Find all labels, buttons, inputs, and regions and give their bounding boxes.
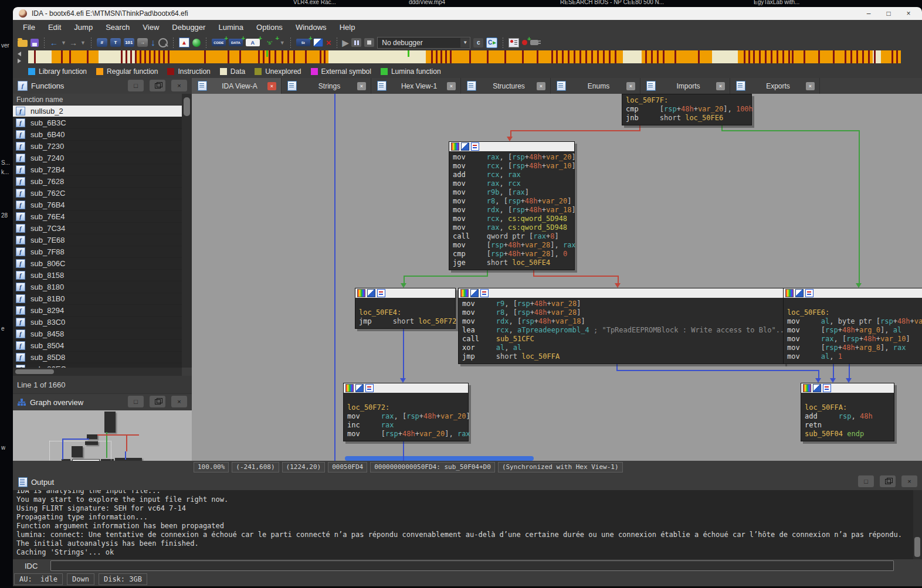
node-edit-icon[interactable] bbox=[461, 142, 469, 151]
graph-node-block_50F04[interactable]: mov rax, [rsp+48h+var_20]mov rcx, [rsp+4… bbox=[449, 141, 575, 270]
graph-node-block_50FB1[interactable]: mov r9, [rsp+48h+var_28]mov r8, [rsp+48h… bbox=[458, 288, 785, 364]
menu-edit[interactable]: Edit bbox=[42, 20, 67, 35]
tab-close-icon[interactable]: × bbox=[716, 82, 725, 90]
tab-strings[interactable]: Strings× bbox=[282, 78, 371, 94]
tab-close-icon[interactable]: × bbox=[447, 82, 456, 90]
open-file-icon[interactable] bbox=[18, 38, 28, 48]
tab-close-icon[interactable]: × bbox=[537, 82, 545, 90]
graph-node-loc_50FE6[interactable]: loc_50FE6:mov al, byte ptr [rsp+48h+var_… bbox=[783, 288, 922, 364]
output-vscrollbar-thumb[interactable] bbox=[914, 537, 920, 557]
overview-close-button[interactable]: × bbox=[171, 396, 187, 407]
function-list-item[interactable]: fsub_8294 bbox=[13, 305, 182, 317]
menu-help[interactable]: Help bbox=[333, 20, 362, 35]
tab-structures[interactable]: Structures× bbox=[461, 78, 551, 94]
debugger-stop-icon[interactable] bbox=[364, 38, 374, 48]
tab-exports[interactable]: Exports× bbox=[730, 78, 820, 94]
node-edit-icon[interactable] bbox=[813, 384, 821, 392]
node-edit-icon[interactable] bbox=[367, 289, 375, 297]
maximize-button[interactable]: □ bbox=[879, 7, 899, 20]
node-group-icon[interactable] bbox=[823, 384, 831, 392]
node-group-icon[interactable] bbox=[471, 142, 479, 151]
vscrollbar-thumb[interactable] bbox=[184, 97, 190, 116]
menu-search[interactable]: Search bbox=[99, 20, 136, 35]
function-list-item[interactable]: fsub_8158 bbox=[13, 270, 182, 281]
debugger-options-icon[interactable] bbox=[530, 38, 538, 48]
node-group-icon[interactable] bbox=[805, 289, 813, 297]
breakpoint-list-icon[interactable] bbox=[509, 38, 519, 48]
tab-enums[interactable]: Enums× bbox=[551, 78, 640, 94]
graph-node-loc_50FFA[interactable]: loc_50FFA:add rsp, 48hretnsub_50F04 endp bbox=[801, 383, 894, 441]
forward-history-caret-icon[interactable]: ▼ bbox=[80, 38, 86, 48]
graph-node-loc_50F7F[interactable]: loc_50F7F:cmp [rsp+48h+var_20], 100hjnb … bbox=[622, 94, 752, 125]
tab-close-icon[interactable]: × bbox=[806, 82, 815, 90]
debugger-select-dropdown-icon[interactable]: ▼ bbox=[460, 38, 470, 47]
minimize-button[interactable]: – bbox=[859, 7, 879, 20]
overview-restore-button[interactable]: □ bbox=[128, 396, 144, 407]
problems-icon[interactable]: ▲ bbox=[179, 38, 189, 47]
make-data-icon[interactable]: DATA bbox=[229, 39, 243, 46]
function-list-item[interactable]: fsub_6B3C bbox=[13, 117, 182, 129]
graph-node-loc_50F72[interactable]: loc_50F72:mov rax, [rsp+48h+var_20]inc r… bbox=[343, 383, 469, 441]
function-list-item[interactable]: fsub_81B0 bbox=[13, 293, 182, 305]
add-struct-icon[interactable]: St bbox=[296, 39, 310, 46]
save-icon[interactable] bbox=[30, 38, 39, 48]
output-log[interactable]: IDA is analysing the input file...You ma… bbox=[13, 490, 922, 559]
jump-down-icon[interactable]: ↓ bbox=[151, 38, 155, 48]
function-list-item[interactable]: fsub_6B40 bbox=[13, 129, 182, 141]
node-edit-icon[interactable] bbox=[470, 289, 479, 297]
edit-icon[interactable] bbox=[313, 38, 323, 48]
graph-node-loc_50FE4[interactable]: loc_50FE4:jmp short loc_50F72 bbox=[355, 288, 456, 329]
tab-ida-view-a[interactable]: IDA View-A× bbox=[192, 78, 282, 94]
overview-float-button[interactable] bbox=[150, 396, 165, 407]
debugger-pause-icon[interactable] bbox=[351, 38, 361, 48]
navband-right-arrow-icon[interactable] bbox=[18, 59, 21, 63]
node-color-icon[interactable] bbox=[803, 384, 811, 392]
menu-options[interactable]: Options bbox=[250, 20, 289, 35]
function-list-item[interactable]: fsub_76B4 bbox=[13, 199, 182, 211]
attach-process-icon[interactable]: c bbox=[473, 38, 483, 47]
function-name-column-header[interactable]: Function name bbox=[13, 94, 182, 106]
output-float-button[interactable] bbox=[880, 475, 896, 487]
function-list-item[interactable]: fsub_76E4 bbox=[13, 211, 182, 223]
rename-icon[interactable]: A bbox=[246, 39, 260, 46]
navigate-forward-icon[interactable]: → bbox=[69, 38, 77, 48]
functions-close-button[interactable]: × bbox=[171, 80, 187, 91]
function-list-item[interactable]: fsub_762C bbox=[13, 188, 182, 199]
function-list-item[interactable]: fsub_8504 bbox=[13, 340, 182, 352]
functions-restore-button[interactable]: □ bbox=[128, 80, 144, 91]
graph-overview-minimap[interactable] bbox=[13, 410, 192, 467]
function-list-item[interactable]: fsub_8180 bbox=[13, 281, 182, 293]
function-list-item[interactable]: fsub_8458 bbox=[13, 328, 182, 340]
tab-imports[interactable]: Imports× bbox=[640, 78, 730, 94]
make-string-icon[interactable]: 's' bbox=[263, 39, 277, 46]
node-color-icon[interactable] bbox=[460, 289, 469, 297]
debugger-select[interactable]: No debugger ▼ bbox=[377, 37, 470, 49]
node-group-icon[interactable] bbox=[377, 289, 385, 297]
tab-hex-view-1[interactable]: Hex View-1× bbox=[371, 78, 461, 94]
menu-jump[interactable]: Jump bbox=[67, 20, 99, 35]
debugger-start-icon[interactable]: ▶ bbox=[343, 38, 349, 48]
function-list-item[interactable]: fsub_72B4 bbox=[13, 164, 182, 176]
function-list-hscrollbar[interactable] bbox=[13, 368, 182, 376]
function-list-item[interactable]: fsub_83C0 bbox=[13, 317, 182, 328]
back-history-caret-icon[interactable]: ▼ bbox=[61, 38, 66, 48]
search-next-icon[interactable]: → bbox=[137, 38, 148, 47]
menu-windows[interactable]: Windows bbox=[289, 20, 333, 35]
function-list-item[interactable]: fnullsub_2 bbox=[13, 106, 182, 117]
idc-input[interactable] bbox=[50, 560, 894, 571]
tab-close-icon[interactable]: × bbox=[267, 82, 276, 90]
node-edit-icon[interactable] bbox=[795, 289, 804, 297]
add-breakpoint-icon[interactable] bbox=[522, 38, 527, 48]
hscrollbar-thumb[interactable] bbox=[15, 369, 54, 374]
function-list-item[interactable]: fsub_7F88 bbox=[13, 246, 182, 258]
function-list-item[interactable]: fsub_7240 bbox=[13, 152, 182, 164]
graph-hscrollbar-thumb[interactable] bbox=[345, 456, 534, 461]
navigate-back-icon[interactable]: ← bbox=[50, 38, 58, 48]
node-color-icon[interactable] bbox=[345, 384, 354, 392]
delete-icon[interactable]: × bbox=[326, 38, 331, 48]
lumina-icon[interactable] bbox=[192, 38, 201, 48]
search-lock-icon[interactable] bbox=[158, 38, 168, 48]
navband-left-arrow-icon[interactable] bbox=[18, 52, 21, 56]
make-code-icon[interactable]: CODE bbox=[212, 39, 226, 46]
function-list-item[interactable]: fsub_7E68 bbox=[13, 234, 182, 246]
